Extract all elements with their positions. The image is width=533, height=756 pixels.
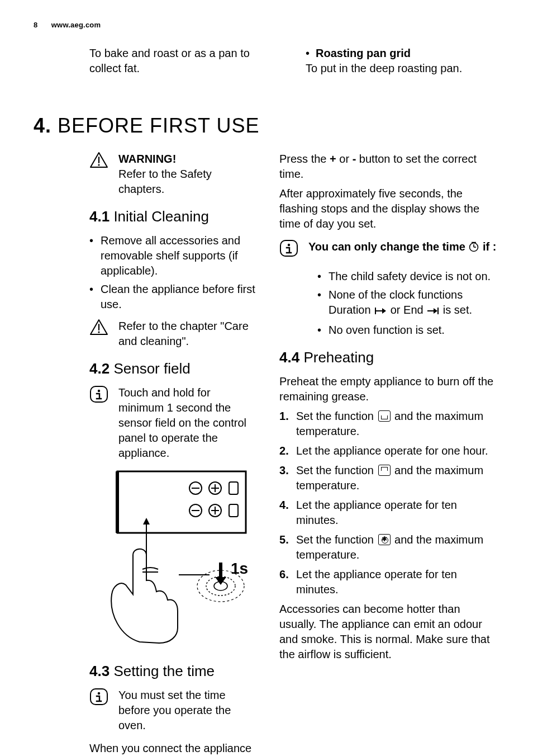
svg-point-33 (288, 244, 290, 246)
info-icon (89, 385, 108, 461)
list-item: The child safety device is not on. (317, 269, 499, 284)
care-cleaning-text: Refer to the chapter "Care and cleaning"… (118, 319, 257, 349)
deep-pan-text: To put in the deep roasting pan. (306, 61, 499, 76)
section-4-number: 4. (34, 114, 51, 137)
subhead-4-2-num: 4.2 (89, 360, 110, 377)
subhead-4-4: 4.4 Preheating (279, 348, 499, 367)
change-time-info: You can only change the time if : (279, 239, 499, 261)
change-time-label: You can only change the time if : (308, 239, 499, 261)
end-arrow-icon (426, 304, 440, 319)
page-number: 8 (34, 20, 49, 30)
svg-point-2 (98, 164, 99, 166)
step-item: Let the appliance operate for ten minute… (279, 567, 499, 597)
svg-rect-8 (117, 471, 246, 533)
subhead-4-1-num: 4.1 (89, 208, 110, 225)
sensor-field-figure: 1s (89, 469, 257, 651)
change-time-conditions: The child safety device is not on. None … (317, 269, 499, 338)
set-time-text: You must set the time before you operate… (118, 688, 257, 733)
list-item: No oven function is set. (317, 323, 499, 338)
warning-block: WARNING! Refer to the Safety chapters. (89, 152, 257, 197)
subhead-4-4-title: Preheating (303, 349, 374, 366)
svg-rect-21 (229, 504, 238, 517)
duration-arrow-icon (374, 304, 387, 319)
subhead-4-2: 4.2 Sensor field (89, 359, 257, 379)
five-seconds-paragraph: After approximately five seconds, the fl… (279, 186, 499, 231)
list-item: Clean the appliance before first use. (89, 282, 257, 312)
top-carryover: To bake and roast or as a pan to collect… (89, 46, 499, 79)
warning-triangle-icon (89, 319, 108, 349)
step-item: Set the function and the maximum tempera… (279, 532, 499, 563)
bake-roast-text: To bake and roast or as a pan to collect… (89, 46, 283, 76)
section-4-name: BEFORE FIRST USE (58, 114, 259, 137)
sensor-field-note: Touch and hold for minimum 1 second the … (89, 385, 257, 461)
care-cleaning-note: Refer to the chapter "Care and cleaning"… (89, 319, 257, 349)
fan-element-icon (378, 534, 391, 545)
info-icon (89, 688, 108, 733)
step-item: Set the function and the maximum tempera… (279, 463, 499, 493)
svg-marker-23 (143, 518, 150, 525)
step-item: Set the function and the maximum tempera… (279, 409, 499, 439)
svg-marker-42 (434, 308, 437, 314)
svg-marker-29 (215, 577, 226, 585)
list-item: Remove all accessories and removable she… (89, 233, 257, 278)
right-column: Press the + or - button to set the corre… (279, 152, 499, 756)
subhead-4-3-title: Setting the time (113, 663, 215, 679)
preheat-intro: Preheat the empty appliance to burn off … (279, 374, 499, 404)
svg-point-7 (98, 390, 100, 392)
preheat-steps: Set the function and the maximum tempera… (279, 409, 499, 597)
warning-title: WARNING! (118, 152, 257, 167)
step-item: Let the appliance operate for one hour. (279, 443, 499, 459)
step-item: Let the appliance operate for ten minute… (279, 498, 499, 528)
time-flash-paragraph: When you connect the appliance to the el… (89, 741, 257, 756)
initial-cleaning-list: Remove all accessories and removable she… (89, 233, 257, 312)
roasting-pan-label: Roasting pan grid (316, 46, 411, 61)
subhead-4-1-title: Initial Cleaning (113, 208, 209, 225)
info-icon (279, 239, 298, 261)
subhead-4-2-title: Sensor field (113, 360, 190, 377)
press-button-paragraph: Press the + or - button to set the corre… (279, 152, 499, 182)
subhead-4-3-num: 4.3 (89, 663, 110, 679)
warning-text: Refer to the Safety chapters. (118, 167, 257, 197)
section-4-title: 4. BEFORE FIRST USE (34, 112, 499, 140)
top-element-icon (378, 465, 391, 476)
svg-point-31 (98, 692, 100, 694)
subhead-4-4-num: 4.4 (279, 349, 299, 366)
roasting-pan-bullet: Roasting pan grid (306, 46, 499, 61)
figure-1s-label: 1s (231, 560, 248, 577)
page-header: 8 www.aeg.com (34, 20, 499, 30)
warning-triangle-icon (89, 152, 108, 197)
preheat-outro: Accessories can become hotter than usual… (279, 602, 499, 662)
sensor-field-text: Touch and hold for minimum 1 second the … (118, 385, 257, 461)
header-url: www.aeg.com (51, 21, 101, 29)
svg-marker-40 (382, 308, 386, 314)
svg-rect-15 (229, 482, 238, 494)
left-column: WARNING! Refer to the Safety chapters. 4… (34, 152, 257, 756)
svg-point-5 (98, 332, 99, 333)
bottom-element-icon (378, 410, 391, 422)
set-time-note: You must set the time before you operate… (89, 688, 257, 733)
two-column-layout: WARNING! Refer to the Safety chapters. 4… (34, 152, 499, 756)
subhead-4-1: 4.1 Initial Cleaning (89, 207, 257, 226)
list-item: None of the clock functions Duration or … (317, 287, 499, 319)
clock-icon (468, 241, 479, 256)
subhead-4-3: 4.3 Setting the time (89, 662, 257, 681)
plus-symbol: + (330, 153, 336, 165)
